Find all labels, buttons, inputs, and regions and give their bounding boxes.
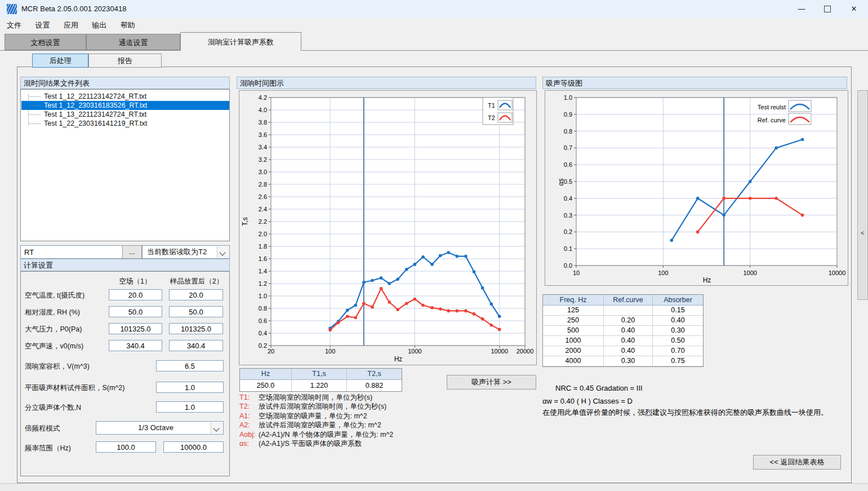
table-cell: 1.220: [292, 380, 347, 391]
sample-area-input[interactable]: [156, 382, 224, 393]
pressure-input-1[interactable]: [109, 323, 162, 334]
svg-text:10000: 10000: [491, 348, 508, 355]
aw-result-text: αw = 0.40 ( H ) Classes = D: [542, 397, 633, 405]
table-cell: 0.70: [653, 346, 703, 356]
room-volume-input[interactable]: [156, 360, 224, 371]
table-header-cell: Absorber: [653, 295, 703, 306]
definition-line: T1:空场混响室的混响时间，单位为秒(s): [239, 393, 393, 402]
file-name: Test 1_22_230316141219_RT.txt: [44, 120, 147, 127]
pressure-input-2[interactable]: [169, 323, 223, 334]
definition-text: (A2-A1)/S 平面吸声体的吸声系数: [259, 440, 362, 448]
svg-text:3.0: 3.0: [259, 169, 267, 175]
svg-text:0.3: 0.3: [564, 212, 572, 219]
table-cell: 0.882: [347, 380, 402, 391]
svg-text:0.7: 0.7: [564, 144, 572, 151]
menu-apply[interactable]: 应用: [59, 18, 83, 32]
svg-text:20: 20: [268, 348, 274, 355]
close-button[interactable]: ✕: [841, 0, 867, 18]
table-cell: 250: [543, 316, 604, 326]
svg-text:10: 10: [573, 269, 580, 276]
table-cell: 0.40: [604, 346, 653, 356]
svg-text:1000: 1000: [408, 348, 421, 355]
table-cell: 2000: [543, 346, 604, 356]
tab-document-settings[interactable]: 文档设置: [5, 34, 86, 50]
rt-chart: 0.20.40.60.81.01.21.41.61.82.02.22.42.62…: [239, 90, 537, 365]
minimize-button[interactable]: —: [789, 0, 814, 18]
svg-text:0.4: 0.4: [564, 195, 572, 202]
svg-text:1.0: 1.0: [259, 293, 267, 299]
definition-text: 空场混响室的混响时间，单位为秒(s): [259, 393, 372, 401]
list-item-selected[interactable]: Test 1_12_230316183526_RT.txt: [21, 101, 229, 110]
svg-text:3.2: 3.2: [259, 156, 267, 163]
svg-text:1.2: 1.2: [259, 280, 267, 287]
definition-key: T2:: [239, 402, 256, 411]
list-item[interactable]: Test 1_22_230316141219_RT.txt: [21, 119, 229, 128]
browse-button[interactable]: ...: [122, 245, 142, 259]
definition-line: αs:(A2-A1)/S 平面吸声体的吸声系数: [239, 439, 393, 448]
subtab-postprocess[interactable]: 后处理: [32, 54, 88, 68]
freq-min-input[interactable]: [96, 441, 156, 453]
window-title: MCR Beta 2.05.0.001 20230418: [21, 0, 126, 18]
chevron-down-icon: [213, 425, 219, 431]
svg-text:1.8: 1.8: [259, 243, 267, 250]
svg-text:Hz: Hz: [394, 355, 403, 363]
svg-text:2.0: 2.0: [259, 231, 267, 237]
svg-text:0.6: 0.6: [564, 161, 572, 168]
menu-file[interactable]: 文件: [2, 18, 26, 32]
humidity-input-1[interactable]: [109, 306, 162, 317]
table-header-cell: Freq. Hz: [543, 295, 604, 306]
svg-text:3.6: 3.6: [259, 131, 267, 138]
svg-text:αs: αs: [557, 179, 565, 186]
svg-text:20000: 20000: [517, 348, 534, 355]
tree-dots-icon: [29, 96, 41, 97]
absorber-count-input[interactable]: [156, 401, 224, 413]
humidity-label: 相对湿度, RH (%): [25, 308, 80, 317]
usage-note-text: 在使用此单值评价量的时候，强烈建议与按照标准获得的完整的吸声系数曲线一块使用。: [542, 408, 828, 418]
svg-text:1.0: 1.0: [564, 94, 572, 101]
data-read-combo[interactable]: 当前数据读取为T2: [142, 245, 230, 259]
table-cell: 125: [543, 306, 604, 316]
svg-text:Ref. curve: Ref. curve: [758, 117, 786, 123]
menu-help[interactable]: 帮助: [116, 18, 140, 32]
svg-text:Hz: Hz: [703, 276, 711, 284]
svg-text:1.6: 1.6: [259, 255, 267, 262]
tab-reverb-absorption[interactable]: 混响室计算吸声系数: [180, 32, 301, 51]
octave-mode-combo[interactable]: 1/3 Octave: [96, 421, 224, 435]
svg-text:1000: 1000: [743, 269, 756, 276]
definition-key: Aobj:: [239, 430, 256, 439]
svg-text:0.4: 0.4: [259, 330, 267, 337]
subtab-report[interactable]: 报告: [88, 54, 162, 68]
temperature-input-1[interactable]: [109, 289, 162, 300]
tree-dots-icon: [29, 114, 41, 115]
definition-key: αs:: [239, 439, 256, 448]
side-splitter: <: [857, 90, 868, 300]
menu-settings[interactable]: 设置: [30, 18, 54, 32]
room-volume-label: 混响室容积，V(m^3): [25, 362, 90, 371]
file-list: Test 1_12_221123142724_RT.txt Test 1_12_…: [20, 89, 230, 241]
absorption-calc-button[interactable]: 吸声计算 >>: [447, 375, 536, 390]
freq-max-input[interactable]: [163, 441, 224, 453]
definition-line: A2:放试件后混响室的吸声量，单位为: m^2: [239, 421, 393, 430]
svg-text:0.0: 0.0: [564, 262, 572, 269]
list-item[interactable]: Test 1_12_221123142724_RT.txt: [21, 92, 229, 101]
table-cell: 4000: [543, 356, 604, 366]
svg-text:T2: T2: [488, 114, 495, 121]
app-icon: [7, 4, 17, 14]
sound-speed-input-1[interactable]: [109, 340, 162, 351]
table-cell: 250.0: [240, 380, 292, 391]
back-to-results-button[interactable]: << 返回结果表格: [753, 455, 841, 470]
collapse-left-icon[interactable]: <: [861, 229, 864, 236]
grade-table: Freq. Hz Ref.curve Absorber 1250.15 2500…: [542, 294, 704, 367]
tab-channel-settings[interactable]: 通道设置: [86, 34, 180, 50]
definitions-block: T1:空场混响室的混响时间，单位为秒(s) T2:放试件后混响室的混响时间，单位…: [239, 393, 393, 448]
temperature-input-2[interactable]: [169, 289, 223, 300]
definition-text: (A2-A1)/N 单个物体的吸声量，单位为: m^2: [259, 431, 393, 439]
list-item[interactable]: Test 1_13_221123142724_RT.txt: [21, 110, 229, 119]
sound-speed-input-2[interactable]: [169, 340, 223, 351]
rt-name-input[interactable]: [20, 245, 123, 259]
maximize-button[interactable]: [814, 0, 840, 18]
humidity-input-2[interactable]: [169, 306, 223, 317]
combo-dropdown-box: [217, 246, 229, 258]
svg-text:T1: T1: [488, 102, 495, 109]
menu-output[interactable]: 输出: [87, 18, 111, 32]
